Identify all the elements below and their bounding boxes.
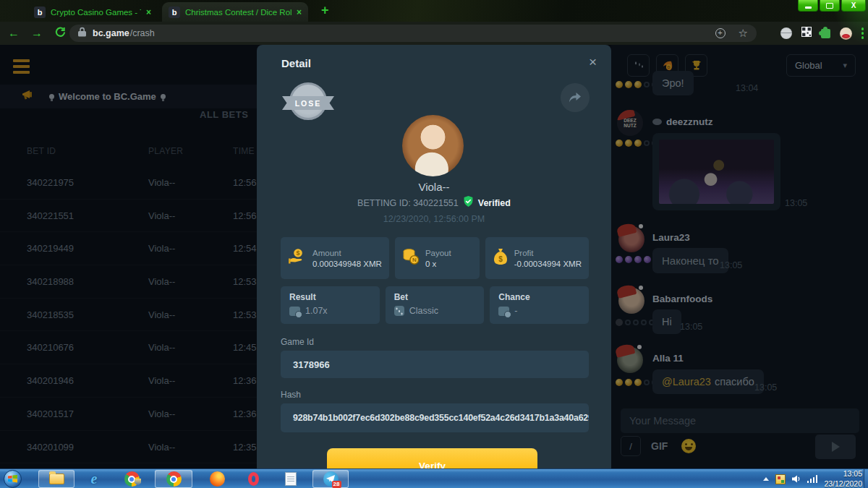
player-username: Viola-- — [257, 181, 611, 193]
internet-explorer-icon: e — [91, 471, 98, 487]
address-bar[interactable]: bc.game /crash + ☆ — [69, 25, 757, 42]
reload-icon[interactable] — [51, 27, 69, 40]
detail-cards-row: Result 1.07x Bet Classic Chance — [281, 286, 589, 324]
chance-card: Chance - — [490, 286, 589, 324]
detail-value: - — [514, 306, 517, 316]
folder-icon — [49, 474, 64, 484]
maximize-button[interactable] — [820, 0, 840, 12]
tab-crypto-casino[interactable]: b Crypto Casino Games - The 16 B × — [27, 2, 158, 22]
profit-card: $ Profit -0.00034994 XMR — [485, 237, 589, 279]
stat-label: Profit — [514, 249, 582, 257]
bookmark-star-icon[interactable]: ☆ — [739, 27, 748, 40]
minimize-button[interactable] — [798, 0, 818, 12]
result-graph-icon — [289, 307, 300, 316]
bet-card: Bet Classic — [386, 286, 485, 324]
bcgame-favicon: b — [169, 7, 180, 18]
dice-icon — [394, 306, 404, 316]
hand-coin-icon: $ — [288, 248, 307, 268]
share-arrow-icon — [569, 92, 582, 103]
taskbar-chrome-button[interactable] — [155, 470, 192, 488]
tray-app-icon[interactable] — [775, 474, 786, 484]
address-bar-row: ← → bc.game /crash + ☆ — [0, 22, 868, 45]
bet-detail-modal: Detail × LOSE Viola-- BETTING ID: 340221… — [257, 45, 611, 468]
url-path: /crash — [130, 28, 155, 38]
svg-text:$: $ — [296, 249, 299, 257]
tray-expand-icon[interactable] — [763, 477, 769, 481]
extension-puzzle-icon[interactable] — [821, 29, 830, 38]
taskbar-clock[interactable]: 13:05 23/12/2020 — [824, 469, 862, 488]
system-tray: 13:05 23/12/2020 — [763, 469, 862, 488]
modal-title: Detail — [281, 57, 311, 69]
screen: b Crypto Casino Games - The 16 B × b Chr… — [0, 0, 868, 488]
network-signal-icon[interactable] — [807, 475, 818, 483]
game-id-field[interactable]: 3178966 — [281, 351, 589, 378]
windows-logo-icon — [8, 475, 17, 483]
tab-title: Christmas Contest / Dice Roll Hu — [185, 8, 292, 17]
stat-label: Payout — [425, 249, 451, 257]
game-id-label: Game Id — [281, 337, 314, 347]
detail-value: Classic — [409, 306, 438, 316]
profile-avatar[interactable] — [840, 27, 852, 40]
windows-taskbar: e 28 13:05 23/12/2020 — [0, 468, 868, 488]
telegram-icon: 28 — [323, 471, 339, 487]
window-controls: X — [798, 0, 866, 12]
money-bag-icon: $ — [493, 248, 509, 268]
verified-label: Verified — [478, 198, 511, 208]
detail-label: Bet — [394, 292, 476, 302]
payout-card: N Payout 0 x — [395, 237, 480, 279]
tab-christmas-contest[interactable]: b Christmas Contest / Dice Roll Hu × — [162, 2, 308, 22]
forward-icon[interactable]: → — [27, 27, 46, 40]
taskbar-notepad-button[interactable] — [275, 470, 307, 488]
detail-value: 1.07x — [305, 306, 328, 316]
taskbar-telegram-button[interactable]: 28 — [312, 470, 349, 488]
speaker-icon[interactable] — [792, 473, 801, 486]
url-host: bc.game — [93, 28, 129, 38]
result-card: Result 1.07x — [281, 286, 380, 324]
qr-extension-icon[interactable] — [801, 27, 812, 40]
taskbar-ie-button[interactable]: e — [80, 470, 109, 488]
stat-value: -0.00034994 XMR — [514, 260, 582, 268]
globe-extension-icon[interactable] — [780, 27, 792, 39]
taskbar-firefox-button[interactable] — [201, 470, 233, 488]
browser-menu-icon[interactable] — [861, 27, 864, 39]
taskbar-explorer-button[interactable] — [38, 470, 75, 488]
tab-close-icon[interactable]: × — [146, 7, 151, 17]
stat-label: Amount — [312, 249, 382, 257]
verified-shield-icon — [463, 196, 474, 210]
chrome-icon — [166, 471, 182, 487]
page-content: Welcome to BC.Game ALL BETS BET ID PLAYE… — [0, 45, 868, 468]
clock-date: 23/12/2020 — [824, 479, 862, 488]
clock-time: 13:05 — [843, 469, 862, 478]
player-avatar[interactable] — [402, 115, 464, 176]
extensions-row — [780, 24, 864, 43]
verify-button[interactable]: Verify — [327, 448, 537, 468]
taskbar-chrome-shield-button[interactable] — [116, 470, 148, 488]
svg-text:$: $ — [498, 255, 503, 263]
tab-bar: b Crypto Casino Games - The 16 B × b Chr… — [0, 0, 868, 22]
detail-label: Chance — [498, 292, 580, 302]
betting-id: BETTING ID: 340221551 — [357, 198, 459, 208]
start-button[interactable] — [4, 470, 22, 488]
taskbar-opera-button[interactable] — [237, 470, 269, 488]
svg-text:N: N — [412, 257, 417, 263]
browser-chrome: b Crypto Casino Games - The 16 B × b Chr… — [0, 0, 868, 45]
hash-field[interactable]: 928b74b1b002f7ec6d302be88c9ed355cc140ef5… — [281, 403, 589, 432]
tab-close-icon[interactable]: × — [297, 7, 302, 17]
lose-badge-ribbon: LOSE — [282, 96, 334, 110]
show-desktop-button[interactable] — [864, 469, 868, 488]
share-button[interactable] — [561, 83, 590, 112]
close-window-button[interactable]: X — [841, 0, 866, 12]
bet-datetime: 12/23/2020, 12:56:00 PM — [257, 214, 611, 224]
tab-title: Crypto Casino Games - The 16 B — [51, 8, 141, 17]
chance-graph-icon — [498, 307, 509, 316]
lose-badge: LOSE — [282, 82, 334, 126]
amount-card: $ Amount 0.000349948 XMR — [281, 237, 389, 279]
lock-icon — [78, 27, 86, 40]
opera-icon — [248, 472, 259, 486]
hash-label: Hash — [281, 390, 301, 400]
new-tab-button[interactable]: + — [321, 3, 329, 18]
send-to-devices-icon[interactable]: + — [715, 28, 726, 38]
detail-label: Result — [289, 292, 371, 302]
back-icon[interactable]: ← — [4, 27, 23, 40]
close-icon[interactable]: × — [589, 54, 597, 70]
